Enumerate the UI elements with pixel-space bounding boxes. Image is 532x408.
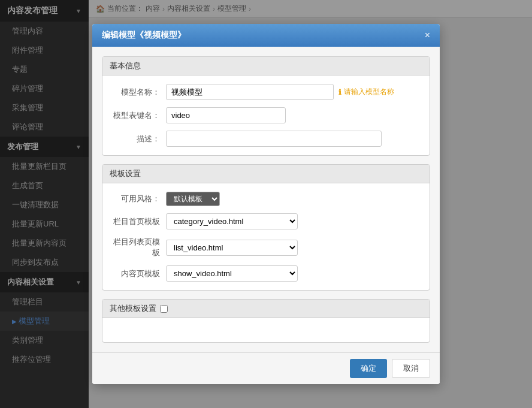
other-settings-title-row: 其他模板设置	[110, 303, 422, 314]
basic-info-title: 基本信息	[102, 57, 430, 75]
template-settings-content: 可用风格： 默认模板 栏目首页模板 category_video.html ca…	[102, 183, 430, 290]
modal-title: 编辑模型《视频模型》	[102, 30, 186, 41]
model-table-label: 模型表键名：	[112, 110, 166, 121]
column-list-select[interactable]: list_video.html list_default.html	[166, 240, 298, 256]
model-table-input[interactable]	[166, 107, 286, 123]
desc-label: 描述：	[112, 134, 166, 144]
modal-close-button[interactable]: ×	[425, 30, 430, 41]
modal-overlay: 编辑模型《视频模型》 × 基本信息 模型名称： ℹ 请输入模型名称	[0, 0, 532, 408]
cancel-button[interactable]: 取消	[392, 359, 430, 378]
confirm-button[interactable]: 确定	[350, 359, 387, 378]
content-page-label: 内容页模板	[112, 268, 166, 279]
column-home-label: 栏目首页模板	[112, 216, 166, 227]
other-settings-body	[102, 318, 430, 342]
hint-icon: ℹ	[338, 88, 341, 96]
style-select[interactable]: 默认模板	[166, 192, 220, 206]
available-style-label: 可用风格：	[112, 194, 166, 204]
modal-body: 基本信息 模型名称： ℹ 请输入模型名称 模型表键名：	[92, 47, 440, 352]
model-name-label: 模型名称：	[112, 87, 166, 98]
other-settings-checkbox[interactable]	[160, 305, 168, 313]
desc-row: 描述：	[112, 131, 420, 147]
edit-model-modal: 编辑模型《视频模型》 × 基本信息 模型名称： ℹ 请输入模型名称	[92, 24, 440, 384]
basic-info-section: 基本信息 模型名称： ℹ 请输入模型名称 模型表键名：	[102, 56, 430, 156]
template-settings-title: 模板设置	[102, 165, 430, 183]
column-list-row: 栏目列表页模板 list_video.html list_default.htm…	[112, 237, 420, 258]
column-home-select[interactable]: category_video.html category_list.html c…	[166, 213, 298, 229]
available-style-row: 可用风格： 默认模板	[112, 192, 420, 206]
other-settings-section: 其他模板设置	[102, 299, 430, 343]
column-home-row: 栏目首页模板 category_video.html category_list…	[112, 213, 420, 229]
content-page-row: 内容页模板 show_video.html show_default.html	[112, 265, 420, 282]
template-settings-section: 模板设置 可用风格： 默认模板 栏目首页模板	[102, 164, 430, 291]
model-table-row: 模型表键名：	[112, 107, 420, 123]
model-name-input[interactable]	[166, 84, 334, 100]
modal-footer: 确定 取消	[92, 352, 440, 384]
model-name-row: 模型名称： ℹ 请输入模型名称	[112, 84, 420, 100]
desc-input[interactable]	[166, 131, 382, 147]
model-name-hint: ℹ 请输入模型名称	[338, 87, 394, 97]
basic-info-content: 模型名称： ℹ 请输入模型名称 模型表键名： 描述：	[102, 75, 430, 155]
column-list-label: 栏目列表页模板	[112, 237, 166, 258]
other-settings-header: 其他模板设置	[102, 300, 430, 318]
style-selector: 默认模板	[166, 192, 220, 206]
content-page-select[interactable]: show_video.html show_default.html	[166, 265, 298, 282]
modal-header: 编辑模型《视频模型》 ×	[92, 24, 440, 47]
